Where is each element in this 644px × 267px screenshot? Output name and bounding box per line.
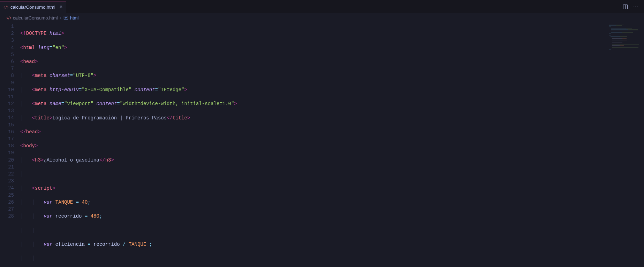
- code-line: │ <h3>¿Alcohol o gasolina</h3>: [20, 157, 644, 164]
- code-line: <head>: [20, 58, 644, 65]
- code-line: │ │ var eficiencia = recorrido / TANQUE …: [20, 241, 644, 248]
- breadcrumb-element[interactable]: html: [63, 15, 79, 21]
- code-line: </head>: [20, 128, 644, 135]
- html-file-icon: [3, 5, 8, 10]
- code-line: │ │: [20, 227, 644, 234]
- code-line: │ <meta http-equiv="X-UA-Compatible" con…: [20, 86, 644, 93]
- tab-bar: calcularConsumo.html ×: [0, 1, 644, 13]
- element-icon: [63, 15, 68, 20]
- code-line: │ <title>Logica de Programación | Primer…: [20, 115, 644, 121]
- code-line: │ │ var recorrido = 480;: [20, 213, 644, 220]
- code-line: <!DOCTYPE html>: [20, 30, 644, 37]
- code-line: <html lang="en">: [20, 44, 644, 51]
- code-line: │ <script>: [20, 185, 644, 192]
- code-line: <body>: [20, 142, 644, 149]
- code-line: │ │ var TANQUE = 40;: [20, 199, 644, 206]
- code-area[interactable]: <!DOCTYPE html> <html lang="en"> <head> …: [20, 22, 644, 267]
- code-line: │ │: [20, 255, 644, 262]
- more-actions-icon[interactable]: [633, 4, 638, 10]
- split-editor-icon[interactable]: [622, 4, 628, 10]
- code-line: │ <meta name="viewport" content="width=d…: [20, 100, 644, 107]
- minimap[interactable]: [608, 23, 639, 51]
- code-line: │ <meta charset="UTF-8">: [20, 72, 644, 79]
- breadcrumb-file-label: calcularConsumo.html: [13, 15, 58, 21]
- chevron-right-icon: ›: [60, 15, 61, 21]
- line-number-gutter: 1234 5678 9101112 13141516 17181920 2122…: [0, 22, 20, 267]
- code-line: │: [20, 171, 644, 178]
- editor[interactable]: 1234 5678 9101112 13141516 17181920 2122…: [0, 22, 644, 267]
- editor-actions: [622, 4, 644, 10]
- editor-tab[interactable]: calcularConsumo.html ×: [0, 1, 66, 13]
- close-icon[interactable]: ×: [60, 4, 63, 10]
- breadcrumb-element-label: html: [70, 15, 79, 21]
- tab-filename: calcularConsumo.html: [10, 5, 55, 10]
- html-file-icon: [6, 15, 11, 20]
- breadcrumb-file[interactable]: calcularConsumo.html: [6, 15, 58, 21]
- breadcrumb-bar: calcularConsumo.html › html: [0, 13, 644, 22]
